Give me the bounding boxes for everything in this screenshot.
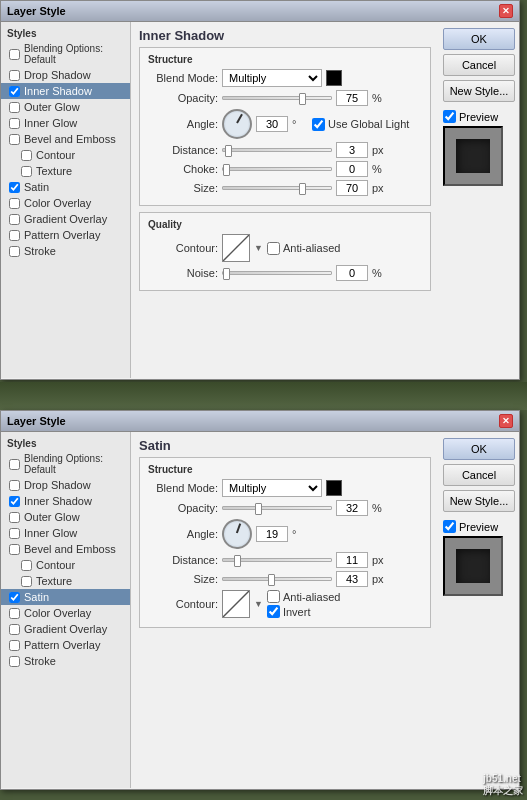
patternoverlay2-checkbox[interactable] bbox=[9, 640, 20, 651]
noise-input-1[interactable] bbox=[336, 265, 368, 281]
sidebar2-item-contour[interactable]: Contour bbox=[1, 557, 130, 573]
blend-color-swatch-2[interactable] bbox=[326, 480, 342, 496]
satin-checkbox[interactable] bbox=[9, 182, 20, 193]
close-button-2[interactable]: ✕ bbox=[499, 414, 513, 428]
blending2-checkbox[interactable] bbox=[9, 459, 20, 470]
anti-aliased-checkbox-2[interactable] bbox=[267, 590, 280, 603]
contour-arrow-icon: ▼ bbox=[254, 243, 263, 253]
sidebar-item-satin[interactable]: Satin bbox=[1, 179, 130, 195]
innershadow2-checkbox[interactable] bbox=[9, 496, 20, 507]
opacity-input-2[interactable] bbox=[336, 500, 368, 516]
sidebar-item-gradientoverlay[interactable]: Gradient Overlay bbox=[1, 211, 130, 227]
angle-input-2[interactable] bbox=[256, 526, 288, 542]
preview-inner-2 bbox=[456, 549, 490, 583]
blend-mode-row-2: Blend Mode: Multiply Normal bbox=[148, 479, 422, 497]
coloroverlay2-checkbox[interactable] bbox=[9, 608, 20, 619]
size-input-2[interactable] bbox=[336, 571, 368, 587]
outerglow2-checkbox[interactable] bbox=[9, 512, 20, 523]
texture-checkbox[interactable] bbox=[21, 166, 32, 177]
outerglow-checkbox[interactable] bbox=[9, 102, 20, 113]
sidebar-item-patternoverlay[interactable]: Pattern Overlay bbox=[1, 227, 130, 243]
blend-mode-select-1[interactable]: Multiply Normal Screen bbox=[222, 69, 322, 87]
size-slider-1[interactable] bbox=[222, 181, 332, 195]
cancel-button-1[interactable]: Cancel bbox=[443, 54, 515, 76]
sidebar-item-texture[interactable]: Texture bbox=[1, 163, 130, 179]
sidebar-item-stroke[interactable]: Stroke bbox=[1, 243, 130, 259]
ok-button-1[interactable]: OK bbox=[443, 28, 515, 50]
cancel-button-2[interactable]: Cancel bbox=[443, 464, 515, 486]
sidebar-item-contour[interactable]: Contour bbox=[1, 147, 130, 163]
sidebar-item-dropshadow[interactable]: Drop Shadow bbox=[1, 67, 130, 83]
sidebar-item-innershadow[interactable]: Inner Shadow bbox=[1, 83, 130, 99]
satin2-checkbox[interactable] bbox=[9, 592, 20, 603]
opacity-row-1: Opacity: % bbox=[148, 90, 422, 106]
innerglow2-checkbox[interactable] bbox=[9, 528, 20, 539]
sidebar2-item-stroke[interactable]: Stroke bbox=[1, 653, 130, 669]
sidebar2-item-innerglow[interactable]: Inner Glow bbox=[1, 525, 130, 541]
preview-check-1: Preview bbox=[443, 110, 515, 123]
angle-input-1[interactable] bbox=[256, 116, 288, 132]
innershadow-checkbox[interactable] bbox=[9, 86, 20, 97]
angle-dial-1[interactable] bbox=[222, 109, 252, 139]
blend-mode-select-2[interactable]: Multiply Normal bbox=[222, 479, 322, 497]
sidebar-item-outerglow[interactable]: Outer Glow bbox=[1, 99, 130, 115]
sidebar2-item-patternoverlay[interactable]: Pattern Overlay bbox=[1, 637, 130, 653]
distance-input-2[interactable] bbox=[336, 552, 368, 568]
gradientoverlay-checkbox[interactable] bbox=[9, 214, 20, 225]
angle-dial-2[interactable] bbox=[220, 517, 255, 552]
texture2-checkbox[interactable] bbox=[21, 576, 32, 587]
sidebar2-item-outerglow[interactable]: Outer Glow bbox=[1, 509, 130, 525]
invert-text-2: Invert bbox=[283, 606, 311, 618]
blending-checkbox[interactable] bbox=[9, 49, 20, 60]
distance-slider-1[interactable] bbox=[222, 143, 332, 157]
sidebar2-item-bevel[interactable]: Bevel and Emboss bbox=[1, 541, 130, 557]
contour-thumbnail-1[interactable] bbox=[222, 234, 250, 262]
dropshadow2-checkbox[interactable] bbox=[9, 480, 20, 491]
distance-slider-2[interactable] bbox=[222, 553, 332, 567]
noise-slider-1[interactable] bbox=[222, 266, 332, 280]
sidebar2-item-dropshadow[interactable]: Drop Shadow bbox=[1, 477, 130, 493]
stroke2-checkbox[interactable] bbox=[9, 656, 20, 667]
stroke-checkbox[interactable] bbox=[9, 246, 20, 257]
choke-input-1[interactable] bbox=[336, 161, 368, 177]
gradientoverlay2-checkbox[interactable] bbox=[9, 624, 20, 635]
contour-checkbox[interactable] bbox=[21, 150, 32, 161]
size-slider-2[interactable] bbox=[222, 572, 332, 586]
sidebar-item-bevel[interactable]: Bevel and Emboss bbox=[1, 131, 130, 147]
preview-checkbox-1[interactable] bbox=[443, 110, 456, 123]
use-global-light-checkbox-1[interactable] bbox=[312, 118, 325, 131]
sidebar-item-innerglow[interactable]: Inner Glow bbox=[1, 115, 130, 131]
size-input-1[interactable] bbox=[336, 180, 368, 196]
sidebar2-item-satin[interactable]: Satin bbox=[1, 589, 130, 605]
close-button-1[interactable]: ✕ bbox=[499, 4, 513, 18]
sidebar2-item-coloroverlay[interactable]: Color Overlay bbox=[1, 605, 130, 621]
invert-checkbox-2[interactable] bbox=[267, 605, 280, 618]
contour-thumbnail-2[interactable] bbox=[222, 590, 250, 618]
opacity-input-1[interactable] bbox=[336, 90, 368, 106]
innerglow-checkbox[interactable] bbox=[9, 118, 20, 129]
blend-color-swatch-1[interactable] bbox=[326, 70, 342, 86]
sidebar2-label-texture: Texture bbox=[36, 575, 72, 587]
dropshadow-checkbox[interactable] bbox=[9, 70, 20, 81]
sidebar2-item-texture[interactable]: Texture bbox=[1, 573, 130, 589]
new-style-button-2[interactable]: New Style... bbox=[443, 490, 515, 512]
bevel2-checkbox[interactable] bbox=[9, 544, 20, 555]
contour2-checkbox[interactable] bbox=[21, 560, 32, 571]
sidebar2-item-blending[interactable]: Blending Options: Default bbox=[1, 451, 130, 477]
sidebar-item-coloroverlay[interactable]: Color Overlay bbox=[1, 195, 130, 211]
opacity-slider-1[interactable] bbox=[222, 91, 332, 105]
titlebar-1: Layer Style ✕ bbox=[1, 1, 519, 22]
coloroverlay-checkbox[interactable] bbox=[9, 198, 20, 209]
opacity-slider-2[interactable] bbox=[222, 501, 332, 515]
sidebar2-item-innershadow[interactable]: Inner Shadow bbox=[1, 493, 130, 509]
distance-input-1[interactable] bbox=[336, 142, 368, 158]
ok-button-2[interactable]: OK bbox=[443, 438, 515, 460]
bevel-checkbox[interactable] bbox=[9, 134, 20, 145]
patternoverlay-checkbox[interactable] bbox=[9, 230, 20, 241]
preview-checkbox-2[interactable] bbox=[443, 520, 456, 533]
choke-slider-1[interactable] bbox=[222, 162, 332, 176]
sidebar2-item-gradientoverlay[interactable]: Gradient Overlay bbox=[1, 621, 130, 637]
new-style-button-1[interactable]: New Style... bbox=[443, 80, 515, 102]
sidebar-item-blending[interactable]: Blending Options: Default bbox=[1, 41, 130, 67]
anti-aliased-checkbox-1[interactable] bbox=[267, 242, 280, 255]
